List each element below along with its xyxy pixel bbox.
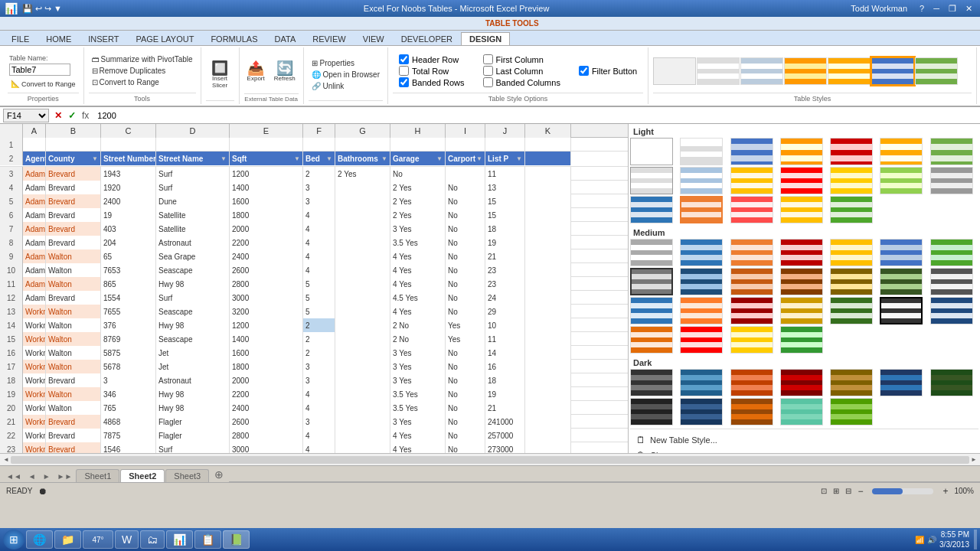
cell[interactable]: Surf — [156, 291, 230, 305]
cell[interactable]: Hwy 98 — [156, 318, 230, 332]
cell[interactable]: 18 — [485, 222, 525, 236]
cell[interactable]: Walton — [46, 346, 101, 360]
cell[interactable]: 3.5 Yes — [390, 236, 446, 249]
cell[interactable]: 65 — [101, 249, 156, 263]
header-cell-agent[interactable]: Agent▼ — [23, 152, 46, 165]
cell[interactable]: 2 Yes — [390, 208, 446, 222]
style-med-13[interactable] — [880, 268, 923, 295]
tab-home[interactable]: HOME — [38, 32, 80, 45]
cell[interactable]: No — [390, 167, 446, 181]
cell[interactable]: 24 — [485, 291, 525, 305]
cell[interactable]: 2 — [303, 332, 335, 346]
style-med-1[interactable] — [630, 239, 673, 266]
cell[interactable]: 2800 — [230, 429, 303, 442]
tab-nav-next[interactable]: ► — [40, 471, 54, 482]
cell[interactable]: Workman — [23, 318, 46, 332]
style-med-14[interactable] — [930, 268, 973, 295]
tab-page-layout[interactable]: PAGE LAYOUT — [127, 32, 202, 45]
cell[interactable]: Jet — [156, 360, 230, 373]
cell[interactable] — [525, 138, 571, 152]
cell[interactable]: 2000 — [230, 222, 303, 236]
cancel-formula-btn[interactable]: ✕ — [52, 110, 64, 121]
taskbar-excel[interactable]: 📗 — [223, 530, 250, 549]
cell[interactable]: 3 Yes — [390, 222, 446, 236]
tab-sheet3[interactable]: Sheet3 — [165, 469, 209, 482]
cell[interactable]: 3.5 Yes — [390, 401, 446, 415]
cell[interactable]: Yes — [446, 332, 485, 346]
total-row-checkbox[interactable] — [399, 66, 409, 76]
cell[interactable]: 1400 — [230, 332, 303, 346]
cell[interactable]: 21 — [485, 249, 525, 263]
cell[interactable]: 5875 — [101, 346, 156, 360]
cell[interactable] — [230, 138, 303, 152]
cell[interactable]: Astronaut — [156, 236, 230, 249]
zoom-in-btn[interactable]: + — [942, 486, 948, 497]
banded-rows-cb[interactable]: Banded Rows — [399, 77, 465, 87]
filter-btn-checkbox[interactable] — [579, 66, 589, 76]
cell[interactable]: Hwy 98 — [156, 387, 230, 401]
cell[interactable] — [335, 318, 390, 332]
cell[interactable]: 2800 — [230, 277, 303, 291]
cell[interactable]: Workman — [23, 360, 46, 373]
cell[interactable]: Seascape — [156, 305, 230, 318]
style-light-7[interactable] — [630, 167, 673, 194]
cell[interactable]: Flagler — [156, 429, 230, 442]
cell[interactable]: 7655 — [101, 305, 156, 318]
cell[interactable]: Walton — [46, 249, 101, 263]
banded-rows-checkbox[interactable] — [399, 77, 409, 87]
cell[interactable]: 1546 — [101, 442, 156, 453]
cell[interactable]: Adams — [23, 208, 46, 222]
cell[interactable] — [335, 138, 390, 152]
cell[interactable] — [446, 138, 485, 152]
cell[interactable]: 4 — [303, 442, 335, 453]
tab-view[interactable]: VIEW — [354, 32, 393, 45]
cell[interactable]: Workman — [23, 373, 46, 387]
cell[interactable] — [335, 346, 390, 360]
cell[interactable]: No — [446, 401, 485, 415]
cell[interactable]: Flagler — [156, 415, 230, 429]
insert-slicer-btn[interactable]: 🔲 InsertSlicer — [208, 60, 231, 90]
cell[interactable]: 5 — [303, 291, 335, 305]
cell[interactable] — [335, 181, 390, 194]
tab-file[interactable]: FILE — [3, 32, 38, 45]
style-light-11[interactable] — [830, 167, 873, 194]
formula-input[interactable] — [94, 111, 977, 120]
cell[interactable] — [335, 332, 390, 346]
cell[interactable]: No — [446, 429, 485, 442]
cell[interactable] — [525, 318, 571, 332]
cell[interactable]: Hwy 98 — [156, 401, 230, 415]
cell[interactable]: No — [446, 387, 485, 401]
cell[interactable]: 273000 — [485, 442, 525, 453]
header-cell-street-name[interactable]: Street Name▼ — [156, 152, 230, 165]
style-light-1[interactable] — [680, 138, 723, 165]
cell[interactable]: 346 — [101, 387, 156, 401]
cell[interactable]: 4 Yes — [390, 442, 446, 453]
style-light-14[interactable] — [630, 196, 673, 223]
cell[interactable]: 3 Yes — [390, 373, 446, 387]
cell[interactable]: 7875 — [101, 429, 156, 442]
cell[interactable] — [525, 222, 571, 236]
cell[interactable]: 3.5 Yes — [390, 387, 446, 401]
style-dark-4[interactable] — [780, 369, 823, 396]
cell[interactable]: No — [446, 236, 485, 249]
cell[interactable] — [525, 277, 571, 291]
cell[interactable]: 1800 — [230, 360, 303, 373]
cell[interactable] — [525, 442, 571, 453]
header-row-cb[interactable]: Header Row — [399, 54, 465, 64]
cell[interactable]: 4 — [303, 222, 335, 236]
tab-nav-right[interactable]: ►► — [54, 471, 76, 482]
cell[interactable]: Satellite — [156, 222, 230, 236]
start-button[interactable]: ⊞ — [3, 530, 24, 549]
cell[interactable]: 2600 — [230, 263, 303, 277]
style-light-17[interactable] — [780, 196, 823, 223]
cell[interactable]: 4 — [303, 249, 335, 263]
refresh-btn[interactable]: 🔄 Refresh — [271, 60, 299, 83]
cell[interactable]: 7653 — [101, 263, 156, 277]
style-light-9[interactable] — [730, 167, 773, 194]
close-button[interactable]: ✕ — [962, 4, 975, 14]
cell[interactable]: No — [446, 277, 485, 291]
style-lt6[interactable] — [915, 57, 958, 85]
cell[interactable]: 2200 — [230, 387, 303, 401]
cell[interactable]: 1800 — [230, 208, 303, 222]
tab-sheet2[interactable]: Sheet2 — [120, 469, 165, 482]
